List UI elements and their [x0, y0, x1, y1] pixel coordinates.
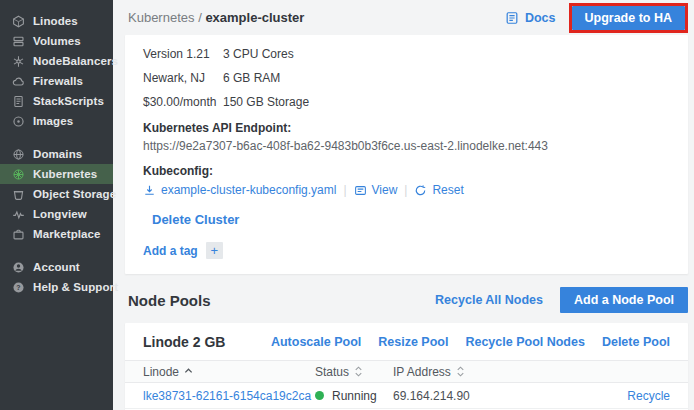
main-content: Kubernetes / example-cluster Docs Upgrad… [113, 0, 694, 410]
autoscale-pool-link[interactable]: Autoscale Pool [271, 335, 361, 349]
sidebar-item-domains[interactable]: Domains [0, 144, 113, 164]
sidebar-item-help-support[interactable]: ? Help & Support [0, 277, 113, 297]
node-ip: 69.164.214.90 [393, 389, 600, 403]
breadcrumb-root[interactable]: Kubernetes [128, 10, 195, 25]
delete-pool-link[interactable]: Delete Pool [602, 335, 670, 349]
sidebar-item-label: Object Storage [33, 188, 116, 200]
sidebar: Linodes Volumes NodeBalancers Firewalls … [0, 0, 113, 410]
disc-icon [12, 115, 25, 128]
status-dot-icon [315, 391, 324, 400]
sidebar-item-linodes[interactable]: Linodes [0, 11, 113, 31]
sidebar-item-label: Longview [33, 208, 87, 220]
sidebar-item-label: Volumes [33, 35, 81, 47]
view-icon [354, 184, 367, 197]
sidebar-item-longview[interactable]: Longview [0, 204, 113, 224]
kubeconfig-file-name: example-cluster-kubeconfig.yaml [161, 183, 336, 197]
pool-action-links: Autoscale Pool Resize Pool Recycle Pool … [271, 335, 670, 349]
question-circle-icon: ? [12, 281, 25, 294]
sidebar-item-images[interactable]: Images [0, 111, 113, 131]
api-endpoint-label: Kubernetes API Endpoint: [143, 121, 670, 135]
topbar: Kubernetes / example-cluster Docs Upgrad… [125, 0, 688, 35]
topbar-actions: Docs Upgrade to HA [505, 3, 688, 33]
sidebar-item-label: StackScripts [33, 95, 104, 107]
annotation-highlight-box: Upgrade to HA [569, 3, 689, 33]
sidebar-item-kubernetes[interactable]: Kubernetes [0, 164, 113, 184]
node-pool-card: Linode 2 GB Autoscale Pool Resize Pool R… [125, 323, 688, 410]
sidebar-item-firewalls[interactable]: Firewalls [0, 71, 113, 91]
download-icon [143, 184, 156, 197]
add-tag-button[interactable]: Add a tag + [143, 242, 223, 259]
svg-text:?: ? [16, 283, 20, 290]
cluster-price: $30.00/month [143, 95, 223, 109]
add-tag-label: Add a tag [143, 244, 198, 258]
breadcrumb-current: example-cluster [205, 10, 304, 25]
pool-name: Linode 2 GB [143, 334, 225, 350]
cluster-cpu: 3 CPU Cores [223, 47, 309, 61]
view-label: View [372, 183, 398, 197]
column-header-linode[interactable]: Linode [143, 365, 315, 379]
node-pools-section-header: Node Pools Recycle All Nodes Add a Node … [125, 287, 688, 313]
cluster-version: Version 1.21 [143, 47, 223, 61]
upgrade-to-ha-button[interactable]: Upgrade to HA [572, 6, 686, 30]
sidebar-item-object-storage[interactable]: Object Storage [0, 184, 113, 204]
pool-header: Linode 2 GB Autoscale Pool Resize Pool R… [125, 323, 688, 360]
sidebar-item-label: Domains [33, 148, 82, 160]
cluster-region: Newark, NJ [143, 71, 223, 85]
breadcrumb-separator: / [198, 10, 202, 25]
kubeconfig-actions: example-cluster-kubeconfig.yaml | View |… [143, 183, 670, 197]
cluster-summary-card: Version 1.21 3 CPU Cores Newark, NJ 6 GB… [125, 35, 688, 274]
sidebar-item-label: NodeBalancers [33, 55, 118, 67]
sidebar-nav: Linodes Volumes NodeBalancers Firewalls … [0, 11, 113, 297]
kubeconfig-download-link[interactable]: example-cluster-kubeconfig.yaml [143, 183, 336, 197]
reset-label: Reset [432, 183, 463, 197]
delete-cluster-button[interactable]: Delete Cluster [143, 212, 239, 227]
sidebar-item-account[interactable]: Account [0, 257, 113, 277]
cluster-storage: 150 GB Storage [223, 95, 309, 109]
firewall-cloud-icon [12, 75, 25, 88]
api-endpoint-url: https://9e2a7307-b6ac-408f-ba62-9483b0b3… [143, 139, 670, 153]
sidebar-item-nodebalancers[interactable]: NodeBalancers [0, 51, 113, 71]
docs-link[interactable]: Docs [505, 11, 556, 25]
volumes-icon [12, 35, 25, 48]
pulse-icon [12, 208, 25, 221]
globe-icon [12, 148, 25, 161]
docs-label: Docs [525, 11, 556, 25]
sidebar-item-label: Marketplace [33, 228, 101, 240]
sort-both-icon [456, 366, 465, 377]
recycle-node-link[interactable]: Recycle [600, 389, 670, 403]
node-status: Running [315, 389, 393, 403]
script-file-icon [12, 95, 25, 108]
cube-icon [12, 15, 25, 28]
kubeconfig-block: Kubeconfig: example-cluster-kubeconfig.y… [143, 164, 670, 197]
user-circle-icon [12, 261, 25, 274]
column-header-ip-address[interactable]: IP Address [393, 365, 600, 379]
cluster-summary-grid: Version 1.21 3 CPU Cores Newark, NJ 6 GB… [143, 47, 309, 109]
api-endpoint-block: Kubernetes API Endpoint: https://9e2a730… [143, 121, 670, 153]
cluster-ram: 6 GB RAM [223, 71, 309, 85]
kubernetes-wheel-icon [12, 168, 25, 181]
briefcase-icon [12, 228, 25, 241]
divider: | [404, 183, 407, 197]
sidebar-item-label: Help & Support [33, 281, 118, 293]
reset-icon [414, 184, 427, 197]
table-row: lke38731-62161-6154ca19c2ca Running 69.1… [125, 383, 688, 409]
node-link[interactable]: lke38731-62161-6154ca19c2ca [143, 389, 315, 403]
resize-pool-link[interactable]: Resize Pool [378, 335, 448, 349]
sort-both-icon [354, 366, 363, 377]
column-header-status[interactable]: Status [315, 365, 393, 379]
sidebar-item-stackscripts[interactable]: StackScripts [0, 91, 113, 111]
kubeconfig-label: Kubeconfig: [143, 164, 670, 178]
recycle-all-nodes-link[interactable]: Recycle All Nodes [435, 293, 543, 307]
sidebar-item-label: Account [33, 261, 80, 273]
sidebar-item-label: Firewalls [33, 75, 83, 87]
add-node-pool-button[interactable]: Add a Node Pool [560, 287, 688, 313]
document-icon [505, 11, 519, 25]
recycle-pool-nodes-link[interactable]: Recycle Pool Nodes [465, 335, 585, 349]
sidebar-item-volumes[interactable]: Volumes [0, 31, 113, 51]
kubeconfig-reset-link[interactable]: Reset [414, 183, 463, 197]
node-pools-title: Node Pools [128, 292, 211, 309]
bucket-icon [12, 188, 25, 201]
sidebar-item-label: Kubernetes [33, 168, 97, 180]
kubeconfig-view-link[interactable]: View [354, 183, 398, 197]
sidebar-item-marketplace[interactable]: Marketplace [0, 224, 113, 244]
